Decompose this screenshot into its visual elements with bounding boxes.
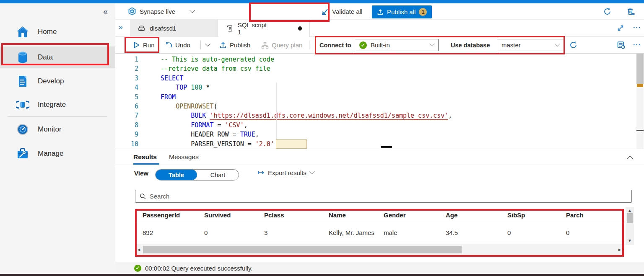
results-panel-header: Results Messages xyxy=(115,149,644,165)
view-option-table[interactable]: Table xyxy=(156,170,197,180)
code-line[interactable]: 4 TOP 100 * xyxy=(115,83,644,92)
tab-dlsafssd1[interactable]: dlsafssd1 xyxy=(130,20,218,37)
sidebar-item-home[interactable]: Home xyxy=(0,21,115,43)
use-database-value: master xyxy=(501,41,521,49)
use-database-dropdown[interactable]: master xyxy=(497,39,564,51)
unsaved-changes-dot xyxy=(298,26,302,31)
refresh-button[interactable] xyxy=(603,3,612,19)
code-line[interactable]: 5FROM xyxy=(115,93,644,102)
mode-selector[interactable]: Synapse live xyxy=(128,3,194,19)
column-header[interactable]: PassengerId xyxy=(143,212,204,219)
sidebar-collapse-icon[interactable]: « xyxy=(103,7,108,16)
table-cell: Kelly, Mr. James xyxy=(329,229,384,236)
connect-to-dropdown[interactable]: ✓ Built-in xyxy=(355,39,439,51)
sidebar-item-integrate[interactable]: Integrate xyxy=(0,94,115,116)
sidebar-item-monitor[interactable]: Monitor xyxy=(0,119,115,140)
results-data-row[interactable]: 89203Kelly, Mr. Jamesmale34.500 xyxy=(135,223,625,242)
tab-results[interactable]: Results xyxy=(133,149,157,165)
code-line[interactable]: 3SELECT xyxy=(115,74,644,83)
publish-count-badge: 1 xyxy=(419,8,427,16)
table-cell: 34.5 xyxy=(446,229,507,236)
chevron-down-icon xyxy=(309,169,315,174)
sidebar-item-label: Data xyxy=(38,53,53,62)
monitor-icon xyxy=(16,123,29,136)
run-label: Run xyxy=(143,41,155,49)
toolbar-more-actions-icon[interactable]: ··· xyxy=(633,41,641,49)
table-cell: 0 xyxy=(566,229,625,236)
tab-messages[interactable]: Messages xyxy=(169,149,199,165)
editor-overview-marker-warning xyxy=(637,84,643,87)
column-header[interactable]: Gender xyxy=(384,212,446,219)
sql-code-editor[interactable]: 1-- This is auto-generated code2--retrie… xyxy=(115,54,644,149)
horizontal-scrollbar[interactable]: ◄ ► xyxy=(135,244,624,255)
chart-option-label: Chart xyxy=(210,172,225,178)
publish-all-button[interactable]: Publish all 1 xyxy=(372,5,432,18)
results-search[interactable] xyxy=(135,190,632,203)
column-header[interactable]: Pclass xyxy=(264,212,329,219)
undo-redo-dropdown[interactable] xyxy=(206,37,210,53)
code-line[interactable]: 8 FORMAT = 'CSV', xyxy=(115,121,644,130)
column-header[interactable]: Survived xyxy=(204,212,264,219)
table-cell: 0 xyxy=(507,229,566,236)
tab-more-actions-icon[interactable]: ··· xyxy=(633,24,641,31)
sidebar-item-label: Develop xyxy=(38,77,64,85)
query-plan-label: Query plan xyxy=(272,41,302,49)
expand-diagonal-icon xyxy=(616,24,625,32)
chevron-down-icon xyxy=(205,41,210,46)
code-line[interactable]: 10 PARSER_VERSION = '2.0' xyxy=(115,139,644,149)
scroll-left-icon[interactable]: ◄ xyxy=(135,247,142,252)
validate-all-button[interactable]: Validate all xyxy=(321,3,362,19)
vertical-scrollbar[interactable]: ▲ ▼ xyxy=(626,207,634,245)
column-header[interactable]: Age xyxy=(446,212,507,219)
mode-label: Synapse live xyxy=(140,8,175,15)
view-toggle[interactable]: Table Chart xyxy=(155,169,239,181)
command-bar: Synapse live Validate all Publish all 1 xyxy=(115,3,644,20)
sidebar-item-data[interactable]: Data xyxy=(0,46,115,68)
refresh-database-button[interactable] xyxy=(569,37,578,53)
horizontal-scrollbar-thumb[interactable] xyxy=(143,246,462,253)
expand-tab-list-icon[interactable]: » xyxy=(119,23,122,31)
window-top-accent-bar xyxy=(0,0,644,3)
toolbar-separator xyxy=(309,41,309,49)
column-header[interactable]: Name xyxy=(329,212,384,219)
tab-label: SQL script 1 xyxy=(238,21,270,36)
discard-all-button[interactable] xyxy=(626,3,635,19)
scroll-right-icon[interactable]: ► xyxy=(616,247,623,252)
column-header[interactable]: SibSp xyxy=(507,212,566,219)
connect-to-label: Connect to xyxy=(319,37,351,53)
vertical-scrollbar-thumb[interactable] xyxy=(627,213,633,223)
sql-script-icon xyxy=(226,24,234,32)
code-line[interactable]: 2--retrieve data from csv file xyxy=(115,64,644,73)
scroll-down-icon[interactable]: ▼ xyxy=(626,238,634,243)
query-plan-button[interactable]: Query plan xyxy=(261,37,302,53)
code-line[interactable]: 6 OPENROWSET( xyxy=(115,102,644,111)
editor-scrollbar-thumb[interactable] xyxy=(636,54,644,84)
code-lines: 1-- This is auto-generated code2--retrie… xyxy=(115,54,644,149)
collapse-results-icon[interactable] xyxy=(627,156,634,163)
expand-pane-button[interactable] xyxy=(616,24,625,34)
run-button[interactable]: Run xyxy=(133,37,155,53)
code-line[interactable]: 1-- This is auto-generated code xyxy=(115,55,644,64)
view-option-chart[interactable]: Chart xyxy=(197,170,239,180)
search-input[interactable] xyxy=(150,193,627,200)
scroll-up-icon[interactable]: ▲ xyxy=(626,208,634,213)
line-number: 10 xyxy=(115,139,138,149)
column-header[interactable]: Parch xyxy=(566,212,625,219)
sidebar-item-manage[interactable]: Manage xyxy=(0,143,115,165)
editor-indent-guide xyxy=(276,83,277,147)
storage-icon xyxy=(138,24,145,32)
sidebar-item-label: Manage xyxy=(38,150,63,158)
tab-sql-script-1[interactable]: SQL script 1 xyxy=(218,20,310,37)
export-results-button[interactable]: ↦ Export results xyxy=(258,169,314,176)
code-line[interactable]: 7 BULK 'https://dlsasd1.dfs.core.windows… xyxy=(115,111,644,120)
synapse-studio-window: « Home Data D xyxy=(0,0,644,276)
connected-status-icon: ✓ xyxy=(359,41,367,49)
export-icon: ↦ xyxy=(258,169,264,176)
code-line[interactable]: 9 HEADER_ROW = TRUE, xyxy=(115,130,644,139)
table-cell: 892 xyxy=(143,229,204,236)
publish-button[interactable]: Publish xyxy=(219,37,250,53)
properties-button[interactable] xyxy=(617,37,626,53)
undo-button[interactable]: Undo xyxy=(165,37,190,53)
sidebar-item-label: Home xyxy=(38,28,57,36)
sidebar-item-develop[interactable]: Develop xyxy=(0,70,115,92)
